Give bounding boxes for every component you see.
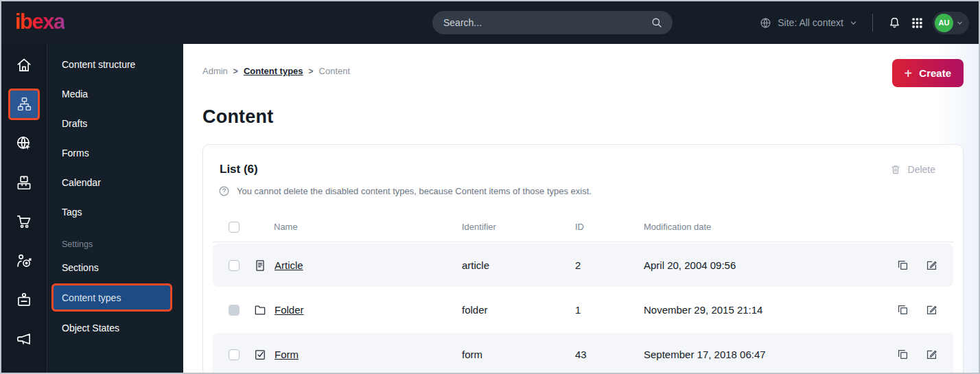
app-grid-icon[interactable] bbox=[911, 16, 924, 30]
list-count-title: List (6) bbox=[220, 163, 258, 176]
sidebar-item-object-states[interactable]: Object States bbox=[47, 313, 183, 342]
modified-cell: September 17, 2018 06:47 bbox=[644, 349, 896, 360]
breadcrumb-content: Content bbox=[319, 66, 351, 76]
site-context-selector[interactable]: Site: All context bbox=[759, 16, 858, 30]
cart-icon bbox=[15, 213, 33, 231]
trash-icon bbox=[889, 163, 902, 176]
identifier-cell: article bbox=[462, 259, 575, 271]
sidebar-item-content-types[interactable]: Content types bbox=[51, 283, 172, 312]
table-row-folder: Folder folder 1 November 29, 2015 21:14 bbox=[213, 288, 953, 331]
site-context-label: Site: All context bbox=[778, 17, 843, 28]
id-cell: 2 bbox=[575, 259, 644, 271]
column-header-identifier: Identifier bbox=[462, 222, 575, 232]
megaphone-icon bbox=[15, 330, 33, 348]
sidebar-item-sections[interactable]: Sections bbox=[47, 253, 183, 282]
top-bar: ibexa Site: All context bbox=[1, 1, 979, 44]
page-title: Content bbox=[202, 106, 964, 128]
topbar-divider bbox=[872, 14, 873, 32]
identifier-cell: form bbox=[462, 349, 575, 360]
modified-cell: April 20, 2004 09:56 bbox=[644, 259, 896, 271]
breadcrumb-separator: > bbox=[309, 67, 314, 76]
row-checkbox-disabled bbox=[229, 305, 240, 316]
rail-item-admin[interactable] bbox=[1, 280, 47, 319]
home-icon bbox=[15, 56, 33, 74]
form-icon bbox=[253, 348, 267, 362]
article-icon bbox=[253, 259, 267, 272]
edit-icon[interactable] bbox=[925, 259, 938, 272]
table-header-row: Name Identifier ID Modification date bbox=[213, 212, 953, 242]
breadcrumb-admin: Admin bbox=[202, 66, 228, 76]
rail-item-personalization[interactable] bbox=[1, 241, 47, 280]
edit-icon[interactable] bbox=[925, 303, 938, 316]
sidebar-item-forms[interactable]: Forms bbox=[47, 138, 183, 167]
column-header-id: ID bbox=[575, 222, 644, 232]
column-header-modified: Modification date bbox=[644, 222, 896, 232]
select-all-checkbox[interactable] bbox=[229, 222, 240, 233]
column-header-name: Name bbox=[274, 222, 462, 232]
identifier-cell: folder bbox=[462, 304, 575, 316]
row-checkbox[interactable] bbox=[229, 349, 240, 360]
folder-icon bbox=[253, 303, 267, 317]
content-type-link[interactable]: Folder bbox=[275, 304, 304, 316]
help-circle-icon bbox=[218, 185, 230, 197]
rail-item-site[interactable] bbox=[1, 124, 47, 163]
sidebar-item-media[interactable]: Media bbox=[47, 79, 183, 108]
id-cell: 43 bbox=[575, 349, 644, 360]
user-menu[interactable]: AU bbox=[933, 12, 969, 34]
create-button[interactable]: + Create bbox=[892, 59, 964, 87]
avatar: AU bbox=[935, 14, 953, 32]
content-type-link[interactable]: Form bbox=[275, 349, 299, 360]
table-row-article: Article article 2 April 20, 2004 09:56 bbox=[213, 244, 953, 287]
ibexa-logo[interactable]: ibexa bbox=[15, 11, 65, 35]
app-window: ibexa Site: All context bbox=[0, 0, 980, 374]
row-checkbox[interactable] bbox=[229, 260, 240, 271]
copy-icon[interactable] bbox=[896, 303, 909, 316]
breadcrumb-content-types-link[interactable]: Content types bbox=[244, 66, 303, 76]
icon-rail bbox=[1, 44, 47, 373]
boxes-icon bbox=[15, 174, 33, 191]
rail-item-marketing[interactable] bbox=[1, 319, 47, 358]
delete-button[interactable]: Delete bbox=[889, 163, 935, 176]
breadcrumb: Admin > Content types > Content bbox=[202, 59, 350, 76]
sidebar-item-drafts[interactable]: Drafts bbox=[47, 108, 183, 138]
site-globe-cursor-icon bbox=[15, 135, 33, 152]
modified-cell: November 29, 2015 21:14 bbox=[644, 304, 896, 316]
copy-icon[interactable] bbox=[896, 259, 909, 272]
globe-icon bbox=[759, 16, 772, 30]
plus-icon: + bbox=[905, 67, 913, 80]
sidebar: Content structure Media Drafts Forms Cal… bbox=[47, 44, 183, 373]
copy-icon[interactable] bbox=[896, 348, 909, 361]
content-type-link[interactable]: Article bbox=[275, 259, 303, 271]
chevron-down-icon bbox=[849, 19, 858, 27]
content-types-table: Name Identifier ID Modification date bbox=[203, 212, 963, 374]
notifications-bell-icon[interactable] bbox=[887, 16, 902, 30]
rail-item-product-catalog[interactable] bbox=[1, 163, 47, 202]
create-button-label: Create bbox=[919, 67, 951, 79]
global-search[interactable] bbox=[432, 11, 673, 34]
edit-icon[interactable] bbox=[925, 348, 938, 361]
search-input[interactable] bbox=[443, 17, 651, 28]
sidebar-item-calendar[interactable]: Calendar bbox=[47, 167, 183, 197]
sidebar-section-settings: Settings bbox=[47, 236, 183, 253]
chevron-down-icon bbox=[956, 19, 964, 27]
table-row-form: Form form 43 September 17, 2018 06:47 bbox=[213, 333, 953, 374]
personalization-icon bbox=[15, 252, 33, 270]
delete-button-label: Delete bbox=[908, 164, 935, 175]
rail-item-content[interactable] bbox=[1, 84, 47, 124]
table-notice: You cannot delete the disabled content t… bbox=[203, 185, 963, 197]
search-icon[interactable] bbox=[651, 16, 663, 29]
content-structure-icon bbox=[16, 95, 33, 113]
badge-icon bbox=[15, 291, 33, 309]
notice-text: You cannot delete the disabled content t… bbox=[237, 186, 592, 196]
rail-item-dashboard[interactable] bbox=[1, 45, 47, 84]
id-cell: 1 bbox=[575, 304, 644, 316]
breadcrumb-separator: > bbox=[233, 67, 238, 76]
sidebar-item-tags[interactable]: Tags bbox=[47, 197, 183, 226]
sidebar-item-content-structure[interactable]: Content structure bbox=[47, 49, 183, 79]
topbar-controls: Site: All context AU bbox=[759, 1, 969, 44]
active-rail-highlight bbox=[8, 89, 40, 120]
rail-item-commerce[interactable] bbox=[1, 202, 47, 241]
content-types-card: List (6) Delete bbox=[202, 144, 964, 374]
main-content: Admin > Content types > Content + Create… bbox=[183, 44, 979, 373]
